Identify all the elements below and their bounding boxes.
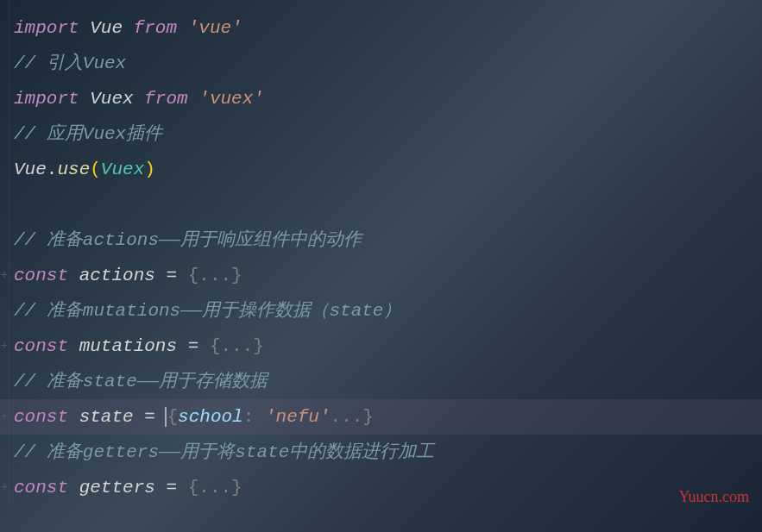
space: [254, 407, 265, 427]
brace-close: }: [253, 336, 264, 356]
keyword-from: from: [134, 18, 177, 38]
code-line[interactable]: import Vuex from 'vuex': [0, 81, 762, 116]
identifier: Vue: [90, 18, 123, 38]
keyword-const: const: [14, 266, 68, 285]
identifier: Vuex: [90, 89, 133, 109]
collapsed-dots[interactable]: ...: [331, 407, 363, 427]
code-line[interactable]: // 准备actions——用于响应组件中的动作: [0, 222, 762, 258]
keyword-from: from: [144, 89, 187, 109]
collapsed-dots[interactable]: ...: [198, 478, 231, 498]
keyword-const: const: [14, 336, 68, 356]
fold-icon[interactable]: +: [0, 258, 9, 293]
code-line[interactable]: + const actions = {...}: [0, 258, 762, 293]
collapsed-dots[interactable]: ...: [220, 336, 253, 356]
string-literal: 'nefu': [265, 407, 331, 427]
identifier: Vue: [14, 160, 47, 179]
equals-operator: =: [144, 407, 155, 427]
object-key: school: [178, 407, 243, 427]
keyword-const: const: [14, 478, 68, 498]
fold-icon[interactable]: +: [0, 399, 9, 435]
code-line[interactable]: // 应用Vuex插件: [0, 116, 762, 152]
identifier: getters: [79, 478, 155, 498]
string-literal: 'vuex': [198, 89, 264, 109]
class-identifier: Vuex: [101, 160, 144, 179]
comment: // 准备state——用于存储数据: [14, 372, 268, 391]
brace-close: }: [231, 266, 242, 285]
dot-operator: .: [47, 160, 58, 179]
brace-open: {: [188, 266, 199, 285]
comment: // 应用Vuex插件: [14, 124, 162, 144]
brace-close: }: [231, 478, 242, 498]
code-line[interactable]: // 准备state——用于存储数据: [0, 364, 762, 399]
code-editor[interactable]: import Vue from 'vue' // 引入Vuex import V…: [0, 0, 762, 505]
equals-operator: =: [188, 336, 199, 356]
paren-close: ): [144, 160, 155, 179]
string-literal: 'vue': [188, 18, 242, 38]
code-line[interactable]: + const getters = {...}: [0, 470, 762, 505]
brace-open: {: [167, 407, 178, 427]
code-line-empty[interactable]: [0, 187, 762, 222]
brace-open: {: [210, 336, 221, 356]
code-line[interactable]: // 引入Vuex: [0, 46, 762, 81]
comment: // 准备actions——用于响应组件中的动作: [14, 230, 362, 250]
fold-icon[interactable]: +: [0, 329, 9, 364]
identifier: state: [79, 407, 134, 427]
colon: :: [243, 407, 255, 427]
collapsed-dots[interactable]: ...: [198, 266, 231, 285]
equals-operator: =: [166, 266, 177, 285]
comment: // 引入Vuex: [14, 53, 126, 73]
keyword-const: const: [14, 407, 68, 427]
code-line[interactable]: import Vue from 'vue': [0, 10, 762, 46]
code-line[interactable]: // 准备mutations——用于操作数据（state）: [0, 293, 762, 329]
code-line-active[interactable]: + const state = {school: 'nefu'...}: [0, 399, 762, 435]
keyword-import: import: [14, 89, 79, 109]
paren-open: (: [90, 160, 101, 179]
fold-icon[interactable]: +: [0, 470, 9, 505]
code-line[interactable]: + const mutations = {...}: [0, 329, 762, 364]
identifier: mutations: [79, 336, 177, 356]
brace-close: }: [362, 407, 374, 427]
code-line[interactable]: // 准备getters——用于将state中的数据进行加工: [0, 435, 762, 470]
identifier: actions: [79, 266, 155, 285]
method-name: use: [57, 160, 90, 179]
keyword-import: import: [14, 18, 79, 38]
code-line[interactable]: Vue.use(Vuex): [0, 152, 762, 187]
comment: // 准备mutations——用于操作数据（state）: [14, 301, 401, 321]
brace-open: {: [188, 478, 199, 498]
equals-operator: =: [166, 478, 177, 498]
watermark-text: Yuucn.com: [679, 488, 749, 506]
comment: // 准备getters——用于将state中的数据进行加工: [14, 442, 434, 462]
